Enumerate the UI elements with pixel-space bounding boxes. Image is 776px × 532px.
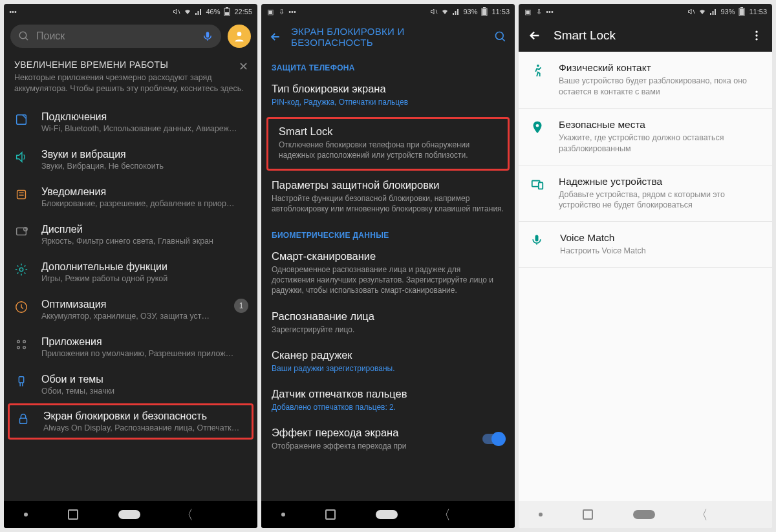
badge: 1 xyxy=(234,299,248,313)
item-apps[interactable]: ПриложенияПриложения по умолчанию, Разре… xyxy=(4,328,257,366)
item-sub: Одновременное распознавание лица и радуж… xyxy=(272,264,504,296)
item-onbody-detection[interactable]: Физический контактВаше устройство будет … xyxy=(519,52,772,109)
mic-icon[interactable] xyxy=(202,30,213,42)
battery-notice[interactable]: УВЕЛИЧЕНИЕ ВРЕМЕНИ РАБОТЫ Некоторые прил… xyxy=(4,53,257,103)
item-advanced[interactable]: Дополнительные функцииИгры, Режим работы… xyxy=(4,253,257,291)
svg-point-4 xyxy=(19,32,27,39)
item-notifications[interactable]: УведомленияБлокирование, разрешение, доб… xyxy=(4,178,257,216)
back-arrow-icon[interactable] xyxy=(269,30,282,43)
item-title: Smart Lock xyxy=(279,125,497,138)
item-title: Дополнительные функции xyxy=(41,261,248,273)
nav-back-button[interactable]: 〈 xyxy=(695,506,708,524)
nav-home-button[interactable] xyxy=(376,510,398,519)
nav-recent-button[interactable] xyxy=(583,509,593,520)
notice-sub: Некоторые приложения чрезмерно расходуют… xyxy=(14,72,247,94)
item-wallpaper[interactable]: Обои и темыОбои, темы, значки xyxy=(4,366,257,403)
item-sub: Зарегистрируйте лицо. xyxy=(272,325,504,335)
wifi-icon xyxy=(441,8,449,16)
search-row: Поиск xyxy=(4,19,257,53)
overflow-menu-icon[interactable] xyxy=(750,29,763,42)
item-title: Подключения xyxy=(41,111,248,123)
nav-bar: 〈 xyxy=(519,501,772,528)
svg-rect-25 xyxy=(482,9,486,15)
item-title: Распознавание лица xyxy=(272,310,504,323)
gear-icon xyxy=(14,262,28,277)
svg-line-28 xyxy=(693,10,695,14)
item-face-recognition[interactable]: Распознавание лица Зарегистрируйте лицо. xyxy=(261,304,515,343)
clock-time: 11:53 xyxy=(491,8,510,16)
close-icon[interactable]: ✕ xyxy=(239,59,248,74)
clock-time: 11:53 xyxy=(749,8,767,16)
avatar[interactable] xyxy=(228,25,251,48)
item-title: Дисплей xyxy=(41,224,248,235)
item-sub: Добавьте устройства, рядом с которыми эт… xyxy=(559,189,760,211)
item-title: Уведомления xyxy=(41,186,248,198)
header-title: ЭКРАН БЛОКИРОВКИ И БЕЗОПАСНОСТЬ xyxy=(291,26,485,48)
item-fingerprint[interactable]: Датчик отпечатков пальцев Добавлено отпе… xyxy=(261,381,515,420)
item-sub: Укажите, где устройство должно оставатьс… xyxy=(559,133,760,154)
item-sub: PIN-код, Радужка, Отпечатки пальцев xyxy=(272,97,504,107)
nav-recent-button[interactable] xyxy=(325,509,336,520)
battery-icon xyxy=(223,8,231,16)
item-title: Тип блокировки экрана xyxy=(272,83,504,95)
back-arrow-icon[interactable] xyxy=(528,28,542,43)
item-title: Оптимизация xyxy=(41,299,222,310)
item-optimization[interactable]: ОптимизацияАккумулятор, хранилище, ОЗУ, … xyxy=(4,291,257,328)
nav-home-button[interactable] xyxy=(118,510,140,519)
item-lockscreen-security[interactable]: Экран блокировки и безопасностьAlways On… xyxy=(8,403,253,440)
item-sub: Wi-Fi, Bluetooth, Использование данных, … xyxy=(41,124,248,133)
item-sub: Отключение блокировки телефона при обнар… xyxy=(279,140,497,160)
item-smart-lock[interactable]: Smart Lock Отключение блокировки телефон… xyxy=(266,117,510,170)
nav-bar: 〈 xyxy=(261,501,515,528)
mute-icon xyxy=(687,8,695,16)
svg-point-19 xyxy=(23,346,26,349)
item-secure-lock-settings[interactable]: Параметры защитной блокировки Настройте … xyxy=(261,173,515,222)
svg-point-35 xyxy=(537,65,539,67)
item-sub: Настройте функции безопасной блокировки,… xyxy=(272,193,504,214)
item-title: Сканер радужек xyxy=(272,349,504,361)
svg-line-22 xyxy=(436,10,437,14)
item-trusted-places[interactable]: Безопасные местаУкажите, где устройство … xyxy=(519,109,772,165)
search-icon xyxy=(18,30,30,42)
nav-dot-icon xyxy=(24,513,28,516)
nav-back-button[interactable]: 〈 xyxy=(438,506,451,524)
item-sounds[interactable]: Звуки и вибрацияЗвуки, Вибрация, Не бесп… xyxy=(4,141,257,178)
screen-header: Smart Lock xyxy=(519,19,772,52)
security-list: ЗАЩИТА ТЕЛЕФОНА Тип блокировки экрана PI… xyxy=(261,54,515,501)
item-sub: Ваше устройство будет разблокировано, по… xyxy=(559,76,760,98)
item-iris-scanner[interactable]: Сканер радужек Ваши радужки зарегистриро… xyxy=(261,343,515,381)
item-connections[interactable]: ПодключенияWi-Fi, Bluetooth, Использован… xyxy=(4,103,257,141)
svg-point-36 xyxy=(536,124,539,127)
section-biometrics: БИОМЕТРИЧЕСКИЕ ДАННЫЕ xyxy=(261,222,515,244)
display-icon xyxy=(14,225,28,239)
item-title: Смарт-сканирование xyxy=(272,250,504,262)
svg-rect-21 xyxy=(20,418,27,423)
search-icon[interactable] xyxy=(494,30,507,43)
item-lock-type[interactable]: Тип блокировки экрана PIN-код, Радужка, … xyxy=(261,76,515,115)
toggle-switch[interactable] xyxy=(482,434,504,444)
battery-percent: 93% xyxy=(720,8,735,16)
download-icon: ⇩ xyxy=(535,8,543,16)
screen-header: ЭКРАН БЛОКИРОВКИ И БЕЗОПАСНОСТЬ xyxy=(261,19,515,54)
item-sub: Игры, Режим работы одной рукой xyxy=(41,274,248,283)
smart-lock-list: Физический контактВаше устройство будет … xyxy=(519,52,772,501)
search-input[interactable]: Поиск xyxy=(10,25,221,48)
more-icon: ••• xyxy=(9,8,17,16)
item-sub: Ваши радужки зарегистрированы. xyxy=(272,363,504,374)
item-transition-effect[interactable]: Эффект перехода экрана Отображение эффек… xyxy=(261,420,515,459)
nav-back-button[interactable]: 〈 xyxy=(180,506,193,524)
smart-lock-screen: ▣ ⇩ ••• 93% 11:53 Smart Lock Физический … xyxy=(519,4,772,528)
nav-dot-icon xyxy=(539,513,543,516)
item-smart-scan[interactable]: Смарт-сканирование Одновременное распозн… xyxy=(261,244,515,304)
item-display[interactable]: ДисплейЯркость, Фильтр синего света, Гла… xyxy=(4,216,257,253)
item-trusted-devices[interactable]: Надежные устройстваДобавьте устройства, … xyxy=(519,165,772,222)
lockscreen-security-screen: ▣ ⇩ ••• 93% 11:53 ЭКРАН БЛОКИРОВКИ И БЕЗ… xyxy=(261,4,515,528)
lock-icon xyxy=(16,412,30,426)
item-title: Звуки и вибрация xyxy=(41,149,248,160)
svg-point-18 xyxy=(17,346,20,349)
item-voice-match[interactable]: Voice MatchНастроить Voice Match xyxy=(519,222,772,268)
svg-rect-24 xyxy=(483,7,486,8)
nav-recent-button[interactable] xyxy=(68,509,78,520)
wifi-icon xyxy=(184,8,191,16)
nav-home-button[interactable] xyxy=(633,510,655,519)
